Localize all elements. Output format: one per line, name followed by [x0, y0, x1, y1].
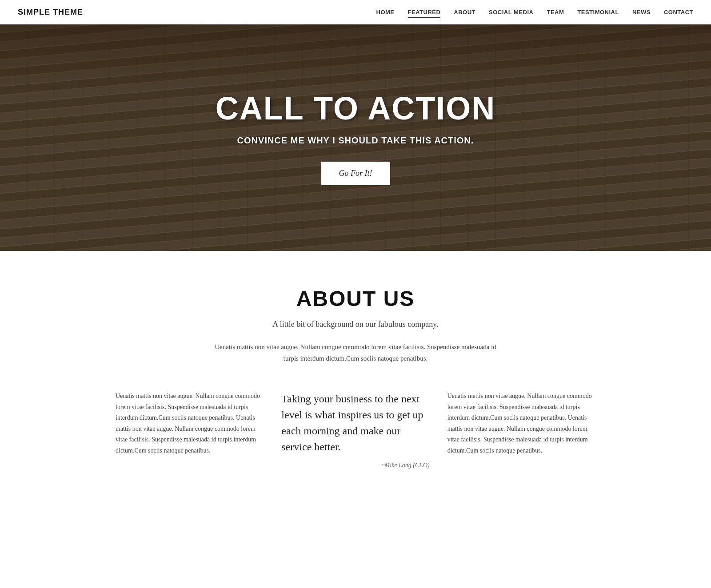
about-col-2-quote: Taking your business to the next level i…: [281, 391, 429, 455]
about-col-1: Uenatis mattis non vitae augue. Nullam c…: [116, 391, 264, 469]
about-section: ABOUT US A little bit of background on o…: [89, 251, 622, 496]
nav-item-social[interactable]: SOCIAL MEDIA: [489, 8, 533, 16]
nav-item-home[interactable]: HOME: [376, 8, 395, 16]
nav-item-contact[interactable]: CONTACT: [664, 8, 693, 16]
hero-content: CALL TO ACTION CONVINCE ME WHY I SHOULD …: [207, 90, 505, 185]
nav-item-team[interactable]: TEAM: [547, 8, 564, 16]
nav-item-news[interactable]: NEWS: [632, 8, 651, 16]
about-col-2: Taking your business to the next level i…: [281, 391, 429, 469]
nav-item-testimonial[interactable]: TESTIMONIAL: [577, 8, 619, 16]
about-col-3: Uenatis mattis non vitae augue. Nullam c…: [447, 391, 595, 469]
hero-section: CALL TO ACTION CONVINCE ME WHY I SHOULD …: [0, 24, 711, 251]
about-columns: Uenatis mattis non vitae augue. Nullam c…: [107, 391, 604, 469]
about-description: Uenatis mattis non vitae augue. Nullam c…: [209, 342, 502, 364]
about-col-1-text: Uenatis mattis non vitae augue. Nullam c…: [116, 391, 264, 456]
hero-cta-button[interactable]: Go For It!: [321, 162, 390, 185]
nav-item-featured[interactable]: FEATURED: [408, 8, 441, 16]
hero-subtitle: CONVINCE ME WHY I SHOULD TAKE THIS ACTIO…: [216, 135, 496, 146]
navbar: SIMPLE THEME HOME FEATURED ABOUT SOCIAL …: [0, 0, 711, 24]
about-col-3-text: Uenatis mattis non vitae augue. Nullam c…: [447, 391, 595, 456]
hero-title: CALL TO ACTION: [216, 90, 496, 127]
nav-item-about[interactable]: ABOUT: [454, 8, 475, 16]
nav-links: HOME FEATURED ABOUT SOCIAL MEDIA TEAM TE…: [376, 8, 693, 16]
site-logo[interactable]: SIMPLE THEME: [18, 8, 83, 17]
about-title: ABOUT US: [107, 286, 604, 311]
about-subtitle: A little bit of background on our fabulo…: [107, 320, 604, 329]
about-col-2-attribution: ~Mike Long (CEO): [281, 462, 429, 469]
